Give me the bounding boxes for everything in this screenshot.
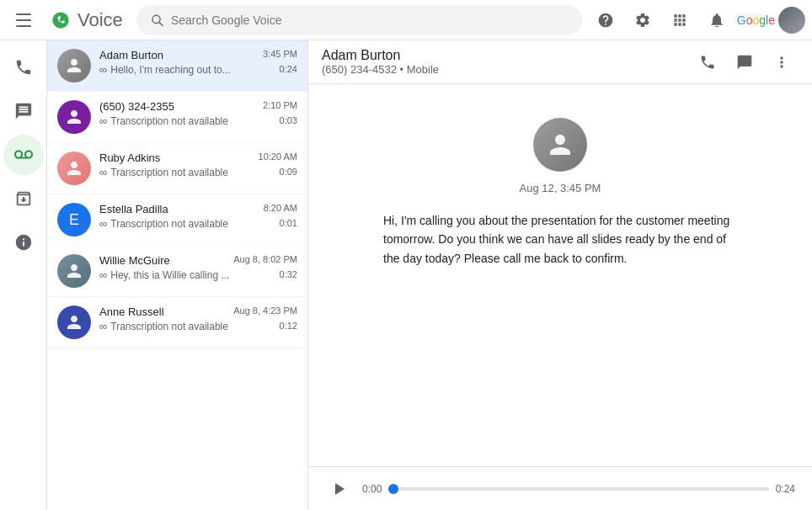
detail-contact-name: Adam Burton xyxy=(322,48,439,63)
sms-button[interactable] xyxy=(728,45,761,79)
vm-duration-6: 0:12 xyxy=(280,321,297,331)
vm-sub-4: ∞ Transcription not available xyxy=(99,217,228,230)
vm-preview-3: Transcription not available xyxy=(110,167,228,178)
play-icon xyxy=(329,479,349,499)
vm-header-1: Adam Burton 3:45 PM xyxy=(99,49,297,61)
topbar-right: Google xyxy=(589,3,805,37)
voicemail-timestamp: Aug 12, 3:45 PM xyxy=(520,182,601,194)
vm-content-1: Adam Burton 3:45 PM ∞ Hello, I'm reachin… xyxy=(99,49,297,76)
vm-preview-5: Hey, this ia Willie calling ... xyxy=(110,269,229,281)
vm-content-6: Anne Russell Aug 8, 4:23 PM ∞ Transcript… xyxy=(99,305,297,332)
vm-duration-1: 0:24 xyxy=(280,64,297,74)
message-icon xyxy=(14,102,33,120)
person-icon-3 xyxy=(64,158,84,178)
vm-duration-5: 0:32 xyxy=(280,269,297,279)
search-icon xyxy=(150,13,164,28)
vm-avatar-4: E xyxy=(57,203,91,236)
vm-content-2: (650) 324-2355 2:10 PM ∞ Transcription n… xyxy=(99,100,297,127)
detail-contact-number: (650) 234-4532 • Mobile xyxy=(322,63,439,76)
notifications-icon xyxy=(708,12,725,29)
sidebar-item-archive[interactable] xyxy=(3,178,44,219)
play-button[interactable] xyxy=(325,475,352,502)
detail-header-actions xyxy=(691,45,799,79)
voicemail-item-1[interactable]: Adam Burton 3:45 PM ∞ Hello, I'm reachin… xyxy=(47,40,307,92)
voicemail-item-4[interactable]: E Estella Padilla 8:20 AM ∞ Transcriptio… xyxy=(47,194,307,246)
search-bar[interactable] xyxy=(136,5,582,35)
vm-preview-4: Transcription not available xyxy=(110,218,228,230)
sidebar-item-voicemail[interactable] xyxy=(3,135,44,175)
settings-button[interactable] xyxy=(626,3,660,37)
help-icon xyxy=(597,12,614,29)
vm-avatar-3 xyxy=(57,151,91,185)
voicemail-icon xyxy=(14,146,33,164)
help-button[interactable] xyxy=(589,3,622,37)
vm-time-3: 10:20 AM xyxy=(259,151,297,162)
vm-content-5: Willie McGuire Aug 8, 8:02 PM ∞ Hey, thi… xyxy=(99,254,297,281)
vm-wave-icon-6: ∞ xyxy=(99,320,107,332)
vm-footer-3: ∞ Transcription not available 0:09 xyxy=(99,164,297,178)
vm-name-3: Ruby Adkins xyxy=(99,151,160,164)
voicemail-transcript: Hi, I'm calling you about the presentati… xyxy=(383,211,737,268)
vm-content-3: Ruby Adkins 10:20 AM ∞ Transcription not… xyxy=(99,151,297,178)
vm-sub-1: ∞ Hello, I'm reaching out to... xyxy=(99,63,231,76)
search-input[interactable] xyxy=(171,13,569,27)
topbar: Voice Google xyxy=(0,0,812,40)
info-icon xyxy=(14,233,33,252)
vm-content-4: Estella Padilla 8:20 AM ∞ Transcription … xyxy=(99,203,297,230)
vm-header-3: Ruby Adkins 10:20 AM xyxy=(99,151,297,164)
app-logo: Voice xyxy=(47,7,123,34)
main-layout: Adam Burton 3:45 PM ∞ Hello, I'm reachin… xyxy=(0,40,812,510)
settings-icon xyxy=(634,12,651,29)
vm-name-5: Willie McGuire xyxy=(99,254,170,267)
call-back-button[interactable] xyxy=(691,45,724,79)
voicemail-item-5[interactable]: Willie McGuire Aug 8, 8:02 PM ∞ Hey, thi… xyxy=(47,246,307,297)
vm-name-1: Adam Burton xyxy=(99,49,163,61)
vm-duration-4: 0:01 xyxy=(280,218,297,228)
vm-preview-6: Transcription not available xyxy=(110,321,228,332)
person-icon xyxy=(64,56,84,76)
hamburger-icon xyxy=(16,13,31,27)
notifications-button[interactable] xyxy=(700,3,734,37)
vm-footer-4: ∞ Transcription not available 0:01 xyxy=(99,215,297,230)
more-options-button[interactable] xyxy=(765,45,799,79)
vm-duration-2: 0:03 xyxy=(280,115,297,125)
vm-wave-icon-1: ∞ xyxy=(99,63,107,76)
person-icon-5 xyxy=(64,261,84,281)
progress-bar[interactable] xyxy=(388,487,768,491)
user-avatar[interactable] xyxy=(778,7,805,34)
sidebar xyxy=(0,40,47,510)
voicemail-item-2[interactable]: (650) 324-2355 2:10 PM ∞ Transcription n… xyxy=(47,92,307,143)
vm-header-5: Willie McGuire Aug 8, 8:02 PM xyxy=(99,254,297,267)
vm-preview-2: Transcription not available xyxy=(110,115,228,127)
total-duration: 0:24 xyxy=(776,483,795,495)
archive-icon xyxy=(14,189,33,208)
vm-sub-3: ∞ Transcription not available xyxy=(99,166,228,178)
detail-pane: Adam Burton (650) 234-4532 • Mobile xyxy=(308,40,812,510)
google-wordmark: Google xyxy=(737,13,775,27)
voice-logo-icon xyxy=(47,7,74,34)
vm-wave-icon-4: ∞ xyxy=(99,217,107,230)
app-name: Voice xyxy=(77,9,123,31)
voicemail-item-6[interactable]: Anne Russell Aug 8, 4:23 PM ∞ Transcript… xyxy=(47,297,307,348)
sidebar-item-messages[interactable] xyxy=(3,91,44,131)
detail-header: Adam Burton (650) 234-4532 • Mobile xyxy=(308,40,812,84)
voicemail-item-3[interactable]: Ruby Adkins 10:20 AM ∞ Transcription not… xyxy=(47,143,307,194)
more-vert-icon xyxy=(773,54,790,71)
progress-container[interactable]: 0:00 0:24 xyxy=(362,483,795,495)
vm-name-4: Estella Padilla xyxy=(99,203,168,215)
vm-time-5: Aug 8, 8:02 PM xyxy=(233,254,297,264)
vm-name-6: Anne Russell xyxy=(99,305,164,318)
call-icon xyxy=(699,54,716,71)
svg-line-2 xyxy=(159,22,163,25)
vm-preview-1: Hello, I'm reaching out to... xyxy=(110,64,230,76)
vm-sub-2: ∞ Transcription not available xyxy=(99,114,228,127)
vm-wave-icon-3: ∞ xyxy=(99,166,107,178)
apps-button[interactable] xyxy=(663,3,697,37)
current-time: 0:00 xyxy=(362,483,382,495)
vm-wave-icon-2: ∞ xyxy=(99,114,107,127)
menu-button[interactable] xyxy=(7,3,40,37)
vm-time-4: 8:20 AM xyxy=(264,203,297,213)
vm-avatar-1 xyxy=(57,49,91,82)
sidebar-item-calls[interactable] xyxy=(3,47,44,88)
sidebar-item-info[interactable] xyxy=(3,222,44,263)
